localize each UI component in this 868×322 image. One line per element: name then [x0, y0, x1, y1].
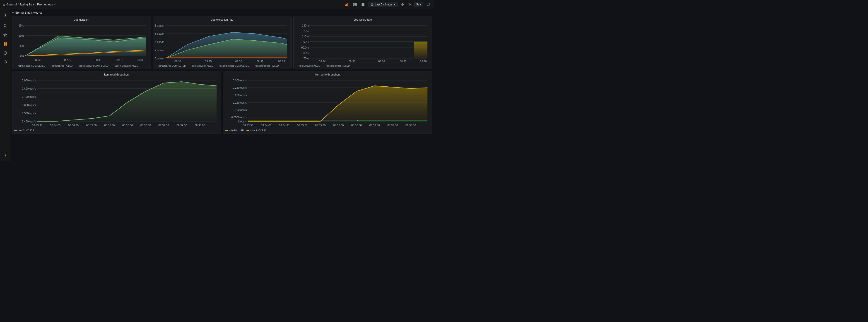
- svg-point-4: [354, 4, 355, 5]
- svg-text:70%: 70%: [304, 57, 309, 60]
- photo-button[interactable]: [352, 2, 358, 7]
- refresh-button[interactable]: ↻: [407, 2, 412, 7]
- svg-text:80%: 80%: [304, 52, 309, 55]
- svg-rect-10: [5, 42, 7, 44]
- svg-text:08:35:30: 08:35:30: [315, 124, 326, 127]
- sidebar-item-dashboards[interactable]: [1, 40, 9, 48]
- svg-text:08:38: 08:38: [420, 60, 427, 63]
- svg-text:0 ops/m: 0 ops/m: [155, 57, 164, 60]
- svg-text:0.0500 ops/s: 0.0500 ops/s: [231, 116, 247, 119]
- svg-text:08:34:30: 08:34:30: [68, 124, 79, 127]
- svg-text:0.600 ops/s: 0.600 ops/s: [22, 104, 36, 107]
- svg-text:08:34: 08:34: [319, 60, 326, 63]
- svg-text:08:34: 08:34: [34, 59, 40, 62]
- topbar-actions: Last 5 minutes ▾ ⊖ ↻ 5s ▾: [344, 1, 431, 7]
- sidebar-item-settings[interactable]: [1, 151, 9, 159]
- legend-exec-itemstepjob-failed: itemStepJob FAILED: [188, 65, 213, 67]
- comment-button[interactable]: [425, 2, 431, 7]
- legend-taskletstepjob-completed: taskletStepJob COMPLETED: [75, 65, 108, 67]
- panel-job-duration-chart: 15 s 10 s 5 s 0 s 08:34 08:35 08:36 08:3…: [14, 23, 149, 64]
- svg-text:130%: 130%: [302, 24, 309, 27]
- panel-job-execution-rate: Job execution rate 8 ops/m 6 ops/m 4 ops…: [153, 16, 292, 69]
- svg-point-16: [5, 155, 6, 155]
- legend-exec-taskletstepjob-failed: taskletStepJob FAILED: [252, 65, 279, 67]
- svg-text:08:37: 08:37: [257, 60, 264, 63]
- svg-rect-11: [4, 44, 5, 46]
- zoom-out-button[interactable]: ⊖: [400, 1, 405, 7]
- svg-text:08:38: 08:38: [137, 59, 144, 62]
- time-range-button[interactable]: Last 5 minutes ▾: [368, 2, 398, 7]
- svg-text:0.150 ops/s: 0.150 ops/s: [233, 101, 247, 104]
- panel-item-write-throughput-title: Item write throughput: [225, 73, 430, 76]
- svg-text:0.500 ops/s: 0.500 ops/s: [22, 112, 36, 115]
- svg-text:08:37:00: 08:37:00: [159, 124, 169, 127]
- svg-text:08:38:00: 08:38:00: [405, 124, 416, 127]
- svg-text:08:33:30: 08:33:30: [243, 124, 253, 127]
- svg-text:08:33:30: 08:33:30: [32, 124, 42, 127]
- svg-text:0 ops/s: 0 ops/s: [238, 120, 247, 123]
- legend-fail-itemstepjob-failed: itemStepJob FAILED: [296, 65, 320, 67]
- share-icon[interactable]: ⋯: [58, 3, 60, 6]
- panels-row1: Job duration 15 s 10 s 5 s 0 s: [12, 16, 432, 69]
- svg-text:110%: 110%: [302, 35, 309, 38]
- settings-button[interactable]: [360, 2, 366, 7]
- svg-point-14: [5, 53, 5, 54]
- panel-job-failure-rate-legend: itemStepJob FAILED taskletStepJob FAILED: [296, 65, 430, 67]
- svg-text:5 s: 5 s: [20, 44, 24, 48]
- svg-text:0.250 ops/s: 0.250 ops/s: [233, 86, 247, 90]
- panel-job-duration-legend: itemStepJob COMPLETED itemStepJob FAILED…: [14, 65, 149, 67]
- breadcrumb-current: Spring Batch Prometheus: [20, 3, 53, 6]
- panel-item-write-throughput: Item write throughput: [223, 71, 432, 134]
- svg-marker-8: [4, 33, 7, 36]
- svg-text:0.700 ops/s: 0.700 ops/s: [22, 95, 36, 99]
- section-header: ▾ Spring Batch Metrics: [12, 11, 432, 14]
- svg-text:90.0%: 90.0%: [301, 46, 309, 49]
- breadcrumb-home[interactable]: General: [6, 3, 17, 6]
- breadcrumb-separator: /: [18, 3, 19, 6]
- svg-text:0.200 ops/s: 0.200 ops/s: [233, 94, 247, 97]
- svg-text:4 ops/m: 4 ops/m: [155, 40, 164, 43]
- bar-chart-button[interactable]: [344, 2, 350, 7]
- svg-text:08:38:00: 08:38:00: [194, 124, 205, 127]
- section-title: Spring Batch Metrics: [15, 11, 42, 14]
- svg-text:0.800 ops/s: 0.800 ops/s: [22, 87, 36, 90]
- legend-write-failure: write FAILURE: [225, 129, 244, 132]
- svg-text:08:35: 08:35: [349, 60, 355, 63]
- panel-item-write-throughput-legend: write FAILURE write SUCCESS: [225, 129, 430, 132]
- panel-job-execution-rate-legend: itemStepJob COMPLETED itemStepJob FAILED…: [155, 65, 290, 67]
- panels-row2: Item read throughput: [12, 71, 432, 134]
- svg-text:08:37:00: 08:37:00: [369, 124, 380, 127]
- star-icon[interactable]: ☆: [54, 3, 57, 6]
- svg-text:08:36: 08:36: [95, 59, 101, 62]
- svg-text:08:36: 08:36: [378, 60, 385, 63]
- svg-point-6: [4, 25, 6, 27]
- svg-text:6 ops/m: 6 ops/m: [155, 32, 164, 35]
- sidebar-collapse-button[interactable]: ❯: [1, 11, 9, 19]
- content-area: ▾ Spring Batch Metrics Job duration: [10, 9, 434, 161]
- svg-text:08:35:00: 08:35:00: [297, 124, 308, 127]
- svg-text:2 ops/m: 2 ops/m: [155, 49, 164, 52]
- svg-text:08:35: 08:35: [205, 60, 212, 63]
- panel-item-read-throughput-chart: 0.900 ops/s 0.800 ops/s 0.700 ops/s 0.60…: [14, 78, 219, 128]
- legend-exec-taskletstepjob-completed: taskletStepJob COMPLETED: [216, 65, 249, 67]
- svg-text:08:34:00: 08:34:00: [261, 124, 272, 127]
- svg-rect-1: [346, 4, 347, 6]
- svg-text:08:36: 08:36: [235, 60, 242, 63]
- refresh-rate-button[interactable]: 5s ▾: [414, 2, 423, 7]
- panel-job-duration: Job duration 15 s 10 s 5 s 0 s: [12, 16, 151, 69]
- grid-icon: ⊞: [3, 3, 5, 6]
- sidebar: ❯: [0, 9, 10, 161]
- sidebar-item-search[interactable]: [1, 22, 9, 30]
- panel-job-execution-rate-chart: 8 ops/m 6 ops/m 4 ops/m 2 ops/m 0 ops/m …: [155, 23, 290, 64]
- panel-item-read-throughput-legend: read SUCCESS: [14, 129, 219, 132]
- svg-rect-2: [347, 3, 348, 6]
- legend-itemstepjob-failed: itemStepJob FAILED: [48, 65, 73, 67]
- svg-marker-68: [414, 42, 428, 59]
- svg-rect-9: [4, 42, 5, 44]
- sidebar-bottom: [1, 151, 9, 161]
- sidebar-item-starred[interactable]: [1, 31, 9, 39]
- sidebar-item-explore[interactable]: [1, 49, 9, 57]
- section-arrow: ▾: [12, 11, 14, 14]
- sidebar-item-alerting[interactable]: [1, 58, 9, 66]
- svg-text:08:35:30: 08:35:30: [104, 124, 115, 127]
